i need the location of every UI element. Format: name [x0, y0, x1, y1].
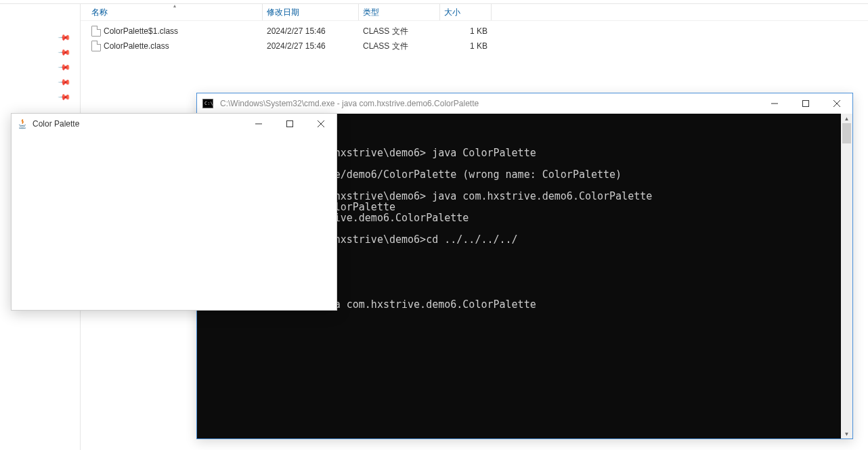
scroll-up-icon[interactable]: ▲ — [841, 114, 852, 123]
file-type: CLASS 文件 — [359, 26, 440, 37]
file-list: ColorPalette$1.class 2024/2/27 15:46 CLA… — [81, 21, 868, 53]
header-name-label: 名称 — [91, 7, 108, 18]
pin-icon: 📌 — [58, 30, 72, 45]
minimize-button[interactable] — [243, 114, 274, 134]
close-button[interactable] — [305, 114, 337, 134]
header-date-label: 修改日期 — [267, 7, 299, 18]
minimize-button[interactable] — [759, 93, 790, 114]
column-header-date[interactable]: 修改日期 — [263, 4, 359, 20]
maximize-button[interactable] — [274, 114, 305, 134]
close-icon — [833, 100, 840, 107]
file-row[interactable]: ColorPalette.class 2024/2/27 15:46 CLASS… — [81, 39, 868, 53]
pin-icon: 📌 — [58, 60, 72, 74]
column-header-size[interactable]: 大小 — [440, 4, 492, 20]
column-header-name[interactable]: 名称 ▴ — [87, 4, 263, 20]
window-controls — [243, 114, 337, 134]
file-icon — [91, 41, 101, 51]
minimize-icon — [255, 120, 262, 127]
quick-access-pins: 📌 📌 📌 📌 📌 — [60, 32, 70, 102]
svg-rect-1 — [803, 101, 809, 107]
file-name: ColorPalette$1.class — [104, 26, 178, 36]
maximize-icon — [286, 120, 293, 127]
scroll-thumb[interactable] — [842, 123, 851, 143]
file-date: 2024/2/27 15:46 — [263, 26, 359, 36]
cmd-titlebar[interactable]: C:\ C:\Windows\System32\cmd.exe - java c… — [197, 93, 852, 114]
java-title: Color Palette — [32, 119, 243, 129]
column-header-type[interactable]: 类型 — [359, 4, 440, 20]
sort-arrow-icon: ▴ — [173, 3, 176, 9]
close-icon — [318, 120, 324, 127]
cmd-title: C:\Windows\System32\cmd.exe - java com.h… — [220, 99, 759, 108]
java-icon — [17, 118, 28, 129]
file-size: 1 KB — [440, 26, 492, 36]
pin-icon: 📌 — [58, 45, 72, 60]
pin-icon: 📌 — [58, 90, 72, 104]
cmd-icon: C:\ — [202, 99, 213, 108]
window-controls — [759, 93, 852, 114]
header-size-label: 大小 — [444, 7, 460, 18]
file-row[interactable]: ColorPalette$1.class 2024/2/27 15:46 CLA… — [81, 24, 868, 39]
close-button[interactable] — [821, 93, 852, 114]
file-size: 1 KB — [440, 41, 492, 51]
svg-rect-5 — [287, 121, 293, 127]
header-type-label: 类型 — [363, 7, 379, 18]
java-body[interactable] — [12, 134, 337, 310]
file-date: 2024/2/27 15:46 — [263, 41, 359, 51]
java-window: Color Palette — [11, 113, 337, 311]
pin-icon: 📌 — [58, 75, 72, 89]
file-name: ColorPalette.class — [104, 41, 169, 51]
file-icon — [91, 26, 101, 37]
column-headers: 名称 ▴ 修改日期 类型 大小 — [81, 4, 868, 21]
cmd-scrollbar[interactable]: ▲ ▼ — [841, 114, 852, 438]
scroll-down-icon[interactable]: ▼ — [841, 429, 852, 438]
maximize-icon — [802, 100, 809, 107]
maximize-button[interactable] — [790, 93, 821, 114]
file-type: CLASS 文件 — [359, 41, 440, 52]
java-titlebar[interactable]: Color Palette — [12, 114, 337, 134]
minimize-icon — [771, 100, 778, 107]
